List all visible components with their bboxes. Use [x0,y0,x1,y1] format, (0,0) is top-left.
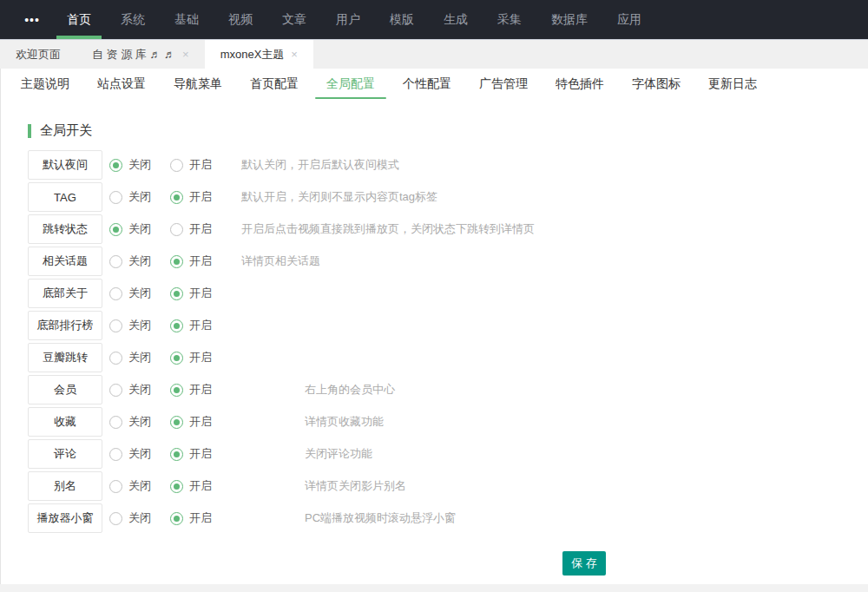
switch-row-7: 会员关闭开启右上角的会员中心 [28,375,868,405]
radio-off-icon[interactable] [109,159,122,172]
radio-group: 关闭开启 [109,382,241,398]
radio-on-option[interactable]: 开启 [170,253,241,269]
radio-off-option[interactable]: 关闭 [109,221,170,237]
radio-on-icon[interactable] [170,448,183,461]
subtab-9[interactable]: 更新日志 [699,69,766,100]
radio-on-icon[interactable] [170,287,183,300]
radio-on-option[interactable]: 开启 [170,478,241,494]
radio-off-icon[interactable] [109,352,122,365]
radio-off-option[interactable]: 关闭 [109,350,170,365]
switch-label: 跳转状态 [28,214,102,244]
radio-on-option[interactable]: 开启 [170,221,241,237]
topbar-item-7[interactable]: 生成 [429,0,483,39]
subtab-3[interactable]: 首页配置 [240,69,308,100]
radio-on-option[interactable]: 开启 [170,189,241,205]
radio-on-icon[interactable] [170,384,183,397]
radio-off-option[interactable]: 关闭 [109,253,170,269]
window-tab-1[interactable]: 自 资 源 库 ♬ ♬× [76,40,205,69]
radio-off-icon[interactable] [109,255,122,268]
radio-on-option[interactable]: 开启 [170,157,241,173]
radio-on-option[interactable]: 开启 [170,510,241,526]
radio-off-option[interactable]: 关闭 [109,286,170,301]
topbar-item-2[interactable]: 基础 [160,0,214,39]
subtab-5[interactable]: 个性配置 [393,69,461,100]
topbar-item-5[interactable]: 用户 [321,0,375,39]
topbar-item-9[interactable]: 数据库 [536,0,602,39]
switch-row-6: 豆瓣跳转关闭开启 [28,343,868,372]
topbar-item-6[interactable]: 模版 [375,0,429,39]
radio-off-icon[interactable] [109,448,122,461]
tab-close-icon[interactable]: × [291,49,298,60]
subtab-4[interactable]: 全局配置 [317,69,385,100]
tab-close-icon[interactable]: × [182,49,189,60]
radio-off-option[interactable]: 关闭 [109,510,170,526]
radio-off-icon[interactable] [109,416,122,429]
section-title-text: 全局开关 [40,122,92,139]
subtab-1[interactable]: 站点设置 [88,69,155,100]
more-menu-icon[interactable]: ••• [12,0,52,39]
radio-on-option[interactable]: 开启 [170,318,241,333]
radio-off-icon[interactable] [109,287,122,300]
radio-on-option[interactable]: 开启 [170,382,241,398]
topbar-item-4[interactable]: 文章 [267,0,321,39]
switch-row-8: 收藏关闭开启详情页收藏功能 [28,407,868,437]
radio-on-label: 开启 [189,510,212,526]
switch-row-10: 别名关闭开启详情页关闭影片别名 [28,471,868,501]
subtab-0[interactable]: 主题说明 [11,69,79,100]
radio-off-option[interactable]: 关闭 [109,189,170,205]
subtab-6[interactable]: 广告管理 [470,69,537,100]
radio-on-icon[interactable] [170,159,183,172]
radio-off-label: 关闭 [128,382,151,398]
switch-desc: 默认开启，关闭则不显示内容页tag标签 [241,189,437,205]
switch-row-5: 底部排行榜关闭开启 [28,311,868,340]
switch-desc: 关闭评论功能 [305,446,372,462]
radio-off-label: 关闭 [128,157,151,173]
radio-off-icon[interactable] [109,480,122,493]
radio-off-option[interactable]: 关闭 [109,414,170,430]
radio-off-option[interactable]: 关闭 [109,318,170,333]
radio-off-icon[interactable] [109,191,122,204]
window-tab-0[interactable]: 欢迎页面 [0,40,76,69]
topbar-item-3[interactable]: 视频 [214,0,267,39]
radio-on-option[interactable]: 开启 [170,350,241,365]
section-title: 全局开关 [28,122,868,139]
radio-on-icon[interactable] [170,352,183,365]
window-tab-2[interactable]: mxoneX主题× [205,40,313,69]
switch-label: 默认夜间 [28,150,102,180]
radio-off-option[interactable]: 关闭 [109,382,170,398]
radio-on-icon[interactable] [170,255,183,268]
topbar-item-0[interactable]: 首页 [52,0,106,39]
radio-on-option[interactable]: 开启 [170,414,241,430]
radio-group: 关闭开启 [109,478,241,494]
switch-label: TAG [28,182,102,212]
subtab-8[interactable]: 字体图标 [622,69,690,100]
topbar-item-1[interactable]: 系统 [106,0,160,39]
switch-desc: 默认关闭，开启后默认夜间模式 [241,157,399,173]
radio-on-icon[interactable] [170,191,183,204]
radio-on-option[interactable]: 开启 [170,446,241,462]
subtab-7[interactable]: 特色插件 [546,69,614,100]
radio-off-icon[interactable] [109,384,122,397]
radio-off-label: 关闭 [128,350,151,365]
radio-off-option[interactable]: 关闭 [109,446,170,462]
switch-label: 底部排行榜 [28,311,102,340]
radio-group: 关闭开启 [109,286,241,301]
save-button[interactable]: 保 存 [562,551,606,576]
switch-label: 别名 [28,471,102,501]
radio-off-option[interactable]: 关闭 [109,157,170,173]
radio-group: 关闭开启 [109,446,241,462]
topbar-item-8[interactable]: 采集 [483,0,536,39]
radio-off-icon[interactable] [109,223,122,236]
radio-on-icon[interactable] [170,319,183,332]
radio-off-label: 关闭 [128,253,151,269]
radio-on-icon[interactable] [170,223,183,236]
radio-on-icon[interactable] [170,416,183,429]
radio-on-icon[interactable] [170,512,183,525]
radio-off-icon[interactable] [109,512,122,525]
radio-off-option[interactable]: 关闭 [109,478,170,494]
topbar-item-10[interactable]: 应用 [602,0,656,39]
radio-on-icon[interactable] [170,480,183,493]
radio-on-option[interactable]: 开启 [170,286,241,301]
subtab-2[interactable]: 导航菜单 [164,69,232,100]
radio-off-icon[interactable] [109,319,122,332]
